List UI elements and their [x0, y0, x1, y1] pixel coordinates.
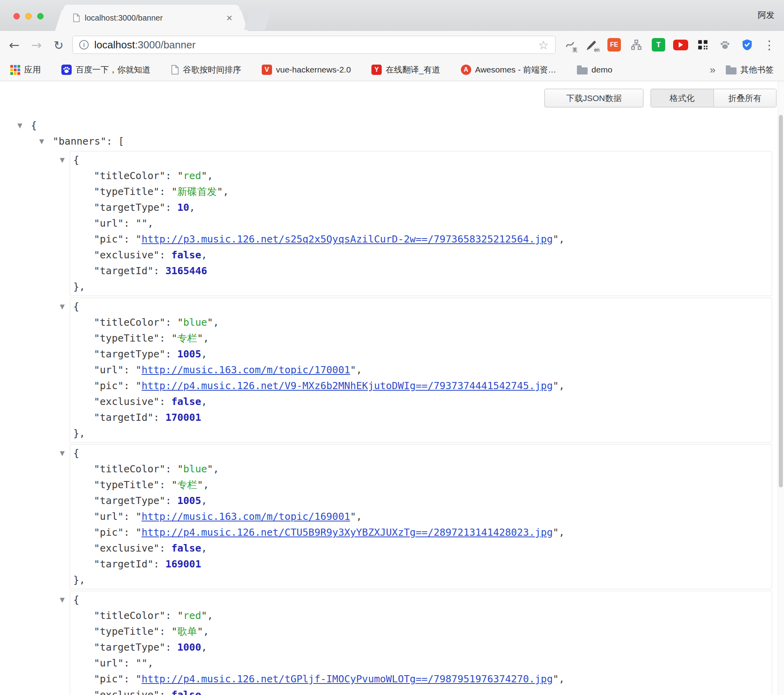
extension-green-shield-icon[interactable]: T: [650, 36, 667, 53]
json-key: "typeTitle": [94, 186, 160, 197]
bookmark-item-apps[interactable]: 应用: [10, 64, 41, 75]
bookmark-label: demo: [592, 65, 613, 74]
extension-translate-pen-icon[interactable]: 英: [561, 36, 578, 53]
json-punct: :: [124, 511, 135, 522]
collapse-toggle-icon[interactable]: ▼: [60, 152, 73, 168]
folder-icon: [577, 67, 588, 74]
collapse-toggle-icon[interactable]: ▼: [60, 445, 73, 461]
bookmark-label: 在线翻译_有道: [386, 64, 440, 75]
other-bookmarks-label: 其他书签: [740, 64, 774, 75]
json-line: "typeTitle": "歌单",: [70, 624, 772, 640]
extension-qr-icon[interactable]: [695, 36, 711, 53]
forward-button[interactable]: →: [28, 36, 45, 54]
extension-blue-shield-icon[interactable]: [739, 36, 755, 53]
extension-en-pencil-icon[interactable]: en: [584, 36, 600, 53]
json-punct: :: [124, 657, 135, 669]
collapse-toggle-icon[interactable]: ▼: [60, 299, 73, 315]
json-number-value: 170001: [166, 412, 201, 423]
json-key: "typeTitle": [94, 626, 160, 637]
json-line: "pic": "http://p3.music.126.net/s25q2x5Q…: [70, 231, 772, 247]
bookmark-star-icon[interactable]: ☆: [538, 38, 549, 52]
json-punct: ,: [207, 610, 213, 621]
bookmark-label: 谷歌按时间排序: [183, 64, 241, 75]
json-punct: :: [124, 673, 135, 685]
json-punct: :: [166, 610, 177, 621]
json-punct: ,: [201, 542, 207, 554]
json-line: ▼"banners": [: [0, 134, 784, 149]
extension-sitemap-icon[interactable]: [628, 36, 645, 53]
scrollbar-thumb[interactable]: [779, 115, 783, 487]
json-quote: ": [171, 626, 177, 637]
json-url-link[interactable]: http://p4.music.126.net/V9-MXz6b2MNhEKju…: [141, 380, 553, 391]
json-punct: :: [124, 364, 135, 376]
json-punct: ,: [201, 642, 207, 653]
bookmark-item-baidu[interactable]: 百度一下，你就知道: [61, 64, 150, 75]
extension-fe-icon[interactable]: FE: [606, 36, 622, 53]
close-window-button[interactable]: [13, 13, 20, 19]
json-punct: {: [73, 447, 79, 459]
json-object-box: ▼{"titleColor": "blue","typeTitle": "专栏"…: [70, 298, 772, 443]
zoom-window-button[interactable]: [37, 13, 44, 19]
json-quote: ": [141, 218, 147, 229]
json-punct: :: [166, 348, 177, 360]
json-line: "targetId": 170001: [70, 410, 772, 426]
bookmark-item-awesomes[interactable]: A Awesomes - 前端资…: [461, 64, 556, 75]
json-line: "targetType": 10,: [70, 200, 772, 216]
json-punct: ,: [356, 511, 362, 522]
download-json-button[interactable]: 下载JSON数据: [544, 89, 643, 107]
json-key: "exclusive": [94, 542, 160, 554]
json-punct: ,: [203, 332, 209, 344]
reload-button[interactable]: ↻: [50, 36, 67, 54]
json-line: "targetType": 1005,: [70, 493, 772, 509]
json-punct: :: [166, 463, 177, 475]
json-url-link[interactable]: http://p3.music.126.net/s25q2x5QyqsAzilC…: [141, 233, 553, 245]
bookmark-item-youdao[interactable]: Y 在线翻译_有道: [371, 64, 440, 75]
page-info-icon[interactable]: i: [79, 40, 89, 50]
json-line: "pic": "http://p4.music.126.net/CTU5B9R9…: [70, 525, 772, 540]
json-line: },: [70, 426, 772, 441]
bookmark-label: 百度一下，你就知道: [76, 64, 150, 75]
format-button[interactable]: 格式化: [651, 89, 714, 107]
json-string-value: 专栏: [177, 332, 197, 344]
collapse-all-button[interactable]: 折叠所有: [714, 89, 776, 107]
json-quote: ": [207, 463, 213, 475]
json-punct: :: [160, 249, 171, 261]
json-punct: ,: [213, 317, 219, 328]
json-punct: {: [73, 594, 79, 605]
bookmark-item-demo[interactable]: demo: [577, 65, 613, 74]
json-url-link[interactable]: http://music.163.com/m/topic/170001: [141, 364, 350, 376]
other-bookmarks[interactable]: 其他书签: [726, 64, 774, 75]
back-button[interactable]: ←: [6, 36, 23, 54]
json-punct: ,: [201, 396, 207, 407]
bookmarks-overflow-chevron[interactable]: »: [710, 64, 715, 76]
json-line: "typeTitle": "专栏",: [70, 330, 772, 346]
json-quote: ": [135, 380, 141, 391]
profile-name[interactable]: 阿发: [758, 10, 774, 21]
collapse-toggle-icon[interactable]: ▼: [17, 118, 31, 134]
json-url-link[interactable]: http://music.163.com/m/topic/169001: [141, 511, 350, 522]
browser-tab[interactable]: localhost:3000/banner ×: [63, 5, 240, 31]
collapse-toggle-icon[interactable]: ▼: [39, 134, 53, 149]
json-url-link[interactable]: http://p4.music.126.net/tGPljf-IMOCyPvum…: [141, 673, 553, 685]
new-tab-button[interactable]: [244, 10, 272, 30]
json-quote: ": [553, 233, 559, 245]
scrollbar-track[interactable]: [778, 81, 784, 695]
json-string-value: blue: [183, 463, 207, 475]
tab-title: localhost:3000/banner: [85, 13, 226, 23]
bookmark-item-google-sort[interactable]: 谷歌按时间排序: [171, 64, 241, 75]
json-line: "targetId": 169001: [70, 556, 772, 572]
collapse-toggle-icon[interactable]: ▼: [60, 592, 73, 608]
json-line: "titleColor": "red",: [70, 168, 772, 184]
tab-close-icon[interactable]: ×: [226, 13, 232, 23]
extension-paw-icon[interactable]: [717, 36, 733, 53]
json-viewer: ▼{▼"banners": [▼{"titleColor": "red","ty…: [0, 81, 784, 695]
address-bar[interactable]: i localhost:3000/banner ☆: [72, 36, 556, 54]
minimize-window-button[interactable]: [25, 13, 32, 19]
extension-youtube-icon[interactable]: [672, 36, 689, 53]
json-punct: ,: [148, 218, 154, 229]
json-punct: {: [73, 301, 79, 312]
menu-dots-icon[interactable]: ⋮: [761, 36, 778, 53]
bookmark-item-vue-hackernews[interactable]: V vue-hackernews-2.0: [262, 65, 351, 75]
json-url-link[interactable]: http://p4.music.126.net/CTU5B9R9y3XyYBZX…: [141, 527, 553, 538]
v-icon: V: [262, 65, 272, 75]
